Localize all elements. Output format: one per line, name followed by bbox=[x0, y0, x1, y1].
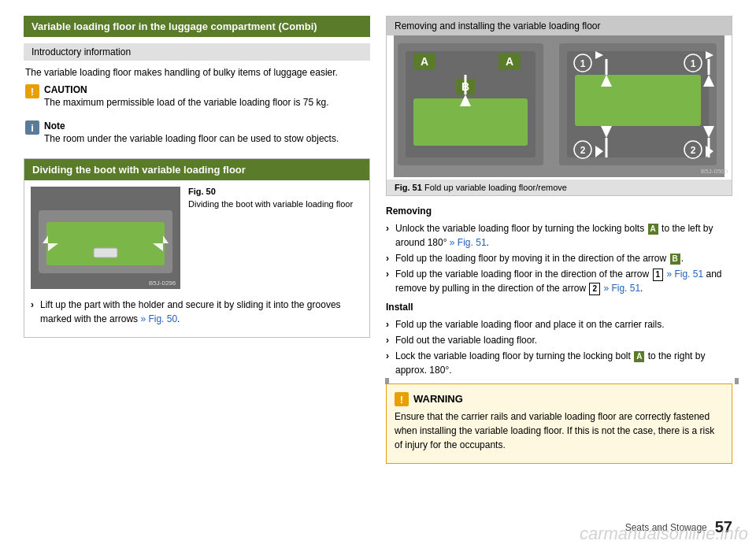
page-footer: Seats and Stowage 57 bbox=[625, 518, 732, 536]
dividing-bullet-text: Lift up the part with the holder and sec… bbox=[40, 299, 341, 324]
note-text: The room under the variable loading floo… bbox=[44, 132, 339, 146]
removing-item-1: Unlock the variable loading floor by tur… bbox=[386, 221, 732, 250]
intro-header-label: Introductory information bbox=[32, 46, 131, 57]
removing-title: Removing bbox=[386, 204, 732, 218]
removing-item-2: Fold up the loading floor by moving it i… bbox=[386, 251, 732, 265]
right-section-box: Removing and installing the variable loa… bbox=[386, 16, 732, 196]
right-fig-caption-text: Fold up variable loading floor/remove bbox=[424, 183, 567, 192]
fig50-link[interactable]: » Fig. 50 bbox=[140, 313, 177, 324]
main-section-title: Variable loading floor in the luggage co… bbox=[32, 20, 317, 32]
fig51-link-1[interactable]: » Fig. 51 bbox=[450, 237, 487, 248]
warning-label: WARNING bbox=[413, 393, 463, 405]
warning-title-row: ! WARNING bbox=[395, 391, 724, 406]
badge-a-2: A bbox=[634, 351, 644, 362]
badge-1: 1 bbox=[653, 269, 664, 281]
fig51-link-2[interactable]: » Fig. 51 bbox=[666, 269, 703, 280]
dividing-bullet-block: Lift up the part with the holder and sec… bbox=[24, 298, 369, 337]
dividing-title: Dividing the boot with variable loading … bbox=[32, 164, 246, 176]
dividing-section: Dividing the boot with variable loading … bbox=[24, 158, 370, 338]
install-item-2: Fold out the variable loading floor. bbox=[386, 333, 732, 347]
dividing-list-item: Lift up the part with the holder and sec… bbox=[31, 298, 363, 326]
dividing-list: Lift up the part with the holder and sec… bbox=[31, 298, 363, 326]
intro-subheader: Introductory information bbox=[24, 43, 370, 61]
fig-text-block: Fig. 50 Dividing the boot with variable … bbox=[188, 187, 363, 291]
fig-number: Fig. 50 bbox=[188, 187, 363, 196]
right-column: Removing and installing the variable loa… bbox=[386, 16, 732, 464]
caution-icon: ! bbox=[25, 84, 39, 98]
left-column: Variable loading floor in the luggage co… bbox=[24, 16, 370, 464]
removing-section: Removing Unlock the variable loading flo… bbox=[386, 204, 732, 464]
page-number: 57 bbox=[715, 518, 732, 536]
svg-text:2: 2 bbox=[691, 145, 696, 156]
caution-text: The maximum permissible load of the vari… bbox=[44, 95, 329, 109]
intro-paragraph: The variable loading floor makes handlin… bbox=[25, 65, 369, 80]
footer-section-label: Seats and Stowage bbox=[625, 522, 707, 533]
note-label: Note bbox=[44, 120, 65, 132]
svg-rect-2 bbox=[46, 222, 165, 265]
note-icon: i bbox=[25, 120, 39, 135]
badge-b: B bbox=[670, 254, 680, 265]
svg-rect-5 bbox=[94, 248, 117, 257]
svg-text:A: A bbox=[506, 55, 513, 68]
dividing-content: B5J-0296 Fig. 50 Dividing the boot with … bbox=[24, 180, 369, 298]
svg-text:1: 1 bbox=[691, 58, 696, 69]
right-side-marker bbox=[735, 378, 739, 384]
warning-block: ! WARNING Ensure that the carrier rails … bbox=[386, 383, 732, 464]
right-section-content: A A B bbox=[387, 35, 732, 195]
note-content: Note The room under the variable loading… bbox=[44, 120, 339, 150]
install-title: Install bbox=[386, 300, 732, 314]
fig51-link-3[interactable]: » Fig. 51 bbox=[603, 283, 640, 294]
badge-2: 2 bbox=[589, 283, 600, 295]
install-item-1: Fold up the variable loading floor and p… bbox=[386, 317, 732, 332]
svg-rect-21 bbox=[575, 75, 701, 126]
fig-caption: Dividing the boot with variable loading … bbox=[188, 199, 353, 209]
caution-block: ! CAUTION The maximum permissible load o… bbox=[25, 84, 369, 114]
note-block: i Note The room under the variable loadi… bbox=[25, 120, 369, 150]
svg-text:A: A bbox=[421, 55, 428, 68]
right-section-title: Removing and installing the variable loa… bbox=[395, 20, 601, 31]
badge-a-1: A bbox=[648, 224, 658, 235]
caution-content: CAUTION The maximum permissible load of … bbox=[44, 84, 329, 114]
boot-image-container: B5J-0296 bbox=[31, 187, 180, 291]
caution-label: CAUTION bbox=[44, 84, 87, 95]
right-fig-number: Fig. 51 bbox=[395, 183, 422, 192]
removing-list: Unlock the variable loading floor by tur… bbox=[386, 221, 732, 295]
warning-text: Ensure that the carrier rails and variab… bbox=[395, 409, 724, 452]
dividing-header: Dividing the boot with variable loading … bbox=[24, 159, 369, 180]
warning-icon: ! bbox=[395, 392, 409, 406]
install-item-3: Lock the variable loading floor by turni… bbox=[386, 349, 732, 377]
fig-label-bar: Fig. 51 Fold up variable loading floor/r… bbox=[387, 180, 732, 195]
install-list: Fold up the variable loading floor and p… bbox=[386, 317, 732, 377]
svg-text:B5J-0500: B5J-0500 bbox=[701, 168, 728, 175]
svg-text:B5J-0296: B5J-0296 bbox=[149, 280, 176, 287]
right-section-header: Removing and installing the variable loa… bbox=[387, 17, 732, 35]
right-illustration: A A B bbox=[387, 35, 732, 177]
left-side-marker bbox=[385, 378, 389, 384]
intro-content: The variable loading floor makes handlin… bbox=[24, 65, 370, 150]
svg-text:1: 1 bbox=[580, 58, 586, 69]
boot-illustration: B5J-0296 bbox=[31, 187, 180, 289]
svg-text:2: 2 bbox=[580, 145, 586, 156]
removing-item-3: Fold up the variable loading floor in th… bbox=[386, 267, 732, 295]
main-section-header: Variable loading floor in the luggage co… bbox=[24, 16, 370, 37]
